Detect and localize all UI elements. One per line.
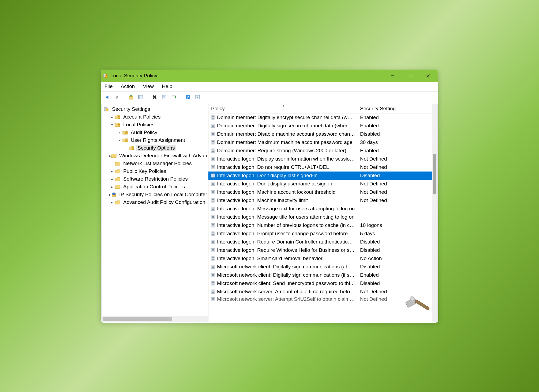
tree-item[interactable]: Security Options — [102, 144, 208, 152]
policy-setting: Enabled — [357, 123, 432, 129]
properties-button[interactable] — [160, 93, 168, 101]
policy-row[interactable]: Interactive logon: Require Windows Hello… — [208, 246, 432, 254]
svg-rect-130 — [211, 273, 215, 277]
svg-rect-111 — [212, 241, 213, 242]
chevron-icon[interactable]: ▸ — [109, 169, 115, 173]
tree-item[interactable]: ▸Application Control Policies — [102, 183, 208, 191]
tree-item[interactable]: Network List Manager Policies — [102, 160, 208, 168]
delete-button[interactable] — [151, 93, 159, 101]
policy-icon — [210, 148, 216, 153]
tree-item[interactable]: ▸Advanced Audit Policy Configuration — [102, 199, 208, 206]
tree-item[interactable]: ▸Software Restriction Policies — [102, 175, 208, 183]
chevron-icon[interactable]: ▸ — [109, 115, 115, 119]
chevron-icon[interactable]: ▸ — [117, 131, 122, 135]
policy-row[interactable]: Interactive logon: Require Domain Contro… — [208, 238, 432, 246]
column-header-setting[interactable]: Security Setting — [357, 104, 432, 113]
tree-scroll-thumb[interactable] — [103, 317, 172, 321]
policy-row[interactable]: Domain member: Maximum machine account p… — [208, 138, 432, 147]
svg-rect-76 — [212, 183, 213, 184]
maximize-button[interactable] — [406, 71, 415, 80]
svg-rect-148 — [212, 299, 213, 300]
tree-item[interactable]: ▸Public Key Policies — [102, 168, 208, 175]
policy-row[interactable]: Interactive logon: Display user informat… — [208, 155, 432, 163]
policy-row[interactable]: Interactive logon: Message text for user… — [208, 205, 432, 213]
minimize-button[interactable] — [388, 71, 397, 80]
svg-rect-52 — [213, 141, 214, 142]
svg-rect-21 — [106, 109, 108, 111]
tree-item[interactable]: ▸Account Policies — [102, 113, 208, 121]
menu-view[interactable]: View — [142, 83, 155, 90]
export-button[interactable] — [170, 93, 178, 101]
svg-rect-74 — [213, 176, 214, 177]
tree-item[interactable]: ▸Audit Policy — [102, 129, 208, 136]
policy-row[interactable]: Interactive logon: Don't display usernam… — [208, 180, 432, 188]
back-button[interactable] — [103, 93, 111, 101]
tree-item-label: Security Options — [136, 145, 176, 151]
svg-rect-37 — [213, 116, 214, 117]
policy-setting: Disabled — [357, 239, 432, 245]
policy-row[interactable]: Microsoft network client: Send unencrypt… — [208, 279, 432, 288]
policy-icon — [210, 272, 216, 278]
list-vertical-scrollbar[interactable] — [432, 104, 437, 322]
policy-row[interactable]: Microsoft network server: Attempt S4U2Se… — [208, 296, 432, 302]
up-button[interactable] — [127, 93, 135, 101]
policy-row[interactable]: Interactive logon: Do not require CTRL+A… — [208, 163, 432, 172]
list-scroll-thumb[interactable] — [433, 154, 436, 194]
svg-rect-101 — [212, 224, 213, 225]
help-button[interactable]: ? — [184, 93, 192, 101]
policy-row[interactable]: Microsoft network client: Digitally sign… — [208, 271, 432, 279]
tree-root-label: Security Settings — [111, 106, 151, 112]
menu-help[interactable]: Help — [161, 83, 173, 90]
chevron-icon[interactable]: ▸ — [109, 177, 115, 181]
policy-setting: Not Defined — [357, 156, 432, 162]
forward-button[interactable] — [113, 93, 121, 101]
svg-rect-85 — [211, 199, 215, 202]
chevron-icon[interactable]: ▾ — [109, 123, 115, 127]
tree-horizontal-scrollbar[interactable] — [102, 316, 208, 322]
tree-item[interactable]: ▸Windows Defender Firewall with Advan — [102, 152, 208, 160]
svg-rect-36 — [212, 116, 213, 117]
policy-icon — [210, 198, 216, 203]
policy-row[interactable]: Domain member: Require strong (Windows 2… — [208, 147, 432, 155]
svg-rect-138 — [212, 284, 213, 284]
svg-rect-69 — [213, 168, 214, 168]
chevron-icon[interactable]: ▸ — [117, 138, 122, 142]
menu-file[interactable]: File — [103, 83, 114, 90]
tree-item[interactable]: ▸IP Security Policies on Local Computer — [102, 191, 208, 199]
policy-row[interactable]: Microsoft network server: Amount of idle… — [208, 288, 432, 296]
chevron-icon[interactable]: ▸ — [109, 200, 115, 204]
policy-row[interactable]: Interactive logon: Message title for use… — [208, 213, 432, 221]
policy-row[interactable]: Interactive logon: Smart card removal be… — [208, 254, 432, 263]
svg-rect-149 — [213, 299, 214, 300]
column-header-policy[interactable]: Policy ▴ — [208, 104, 357, 113]
app-window: Local Security Policy File Action View H… — [101, 70, 438, 323]
svg-rect-107 — [213, 233, 214, 233]
chevron-icon[interactable]: ▸ — [109, 185, 115, 189]
chevron-icon[interactable]: ▸ — [109, 154, 111, 158]
policy-icon — [210, 165, 216, 170]
menu-action[interactable]: Action — [120, 83, 136, 90]
policy-row[interactable]: Interactive logon: Number of previous lo… — [208, 221, 432, 230]
policy-row[interactable]: Interactive logon: Machine account locko… — [208, 188, 432, 196]
svg-rect-97 — [213, 216, 214, 217]
policy-row[interactable]: Interactive logon: Prompt user to change… — [208, 230, 432, 238]
policy-row[interactable]: Domain member: Digitally sign secure cha… — [208, 122, 432, 130]
tree-item[interactable]: ▸User Rights Assignment — [102, 136, 208, 144]
policy-icon — [210, 248, 216, 253]
svg-rect-38 — [212, 118, 213, 119]
close-button[interactable] — [424, 71, 432, 80]
policy-row[interactable]: Domain member: Digitally encrypt secure … — [208, 113, 432, 122]
show-hide-tree-button[interactable] — [137, 93, 145, 101]
tree-item[interactable]: ▾Local Policies — [102, 121, 208, 129]
policy-row[interactable]: Domain member: Disable machine account p… — [208, 130, 432, 138]
policy-row[interactable]: Microsoft network client: Digitally sign… — [208, 263, 432, 271]
tree-item-label: Account Policies — [122, 114, 162, 120]
refresh-button[interactable] — [193, 93, 201, 101]
chevron-icon[interactable]: ▸ — [109, 193, 111, 197]
folder-icon — [115, 161, 121, 166]
policy-row[interactable]: Interactive logon: Machine inactivity li… — [208, 196, 432, 205]
tree-item-label: Network List Manager Policies — [122, 161, 193, 166]
tree-root[interactable]: Security Settings — [102, 105, 208, 113]
svg-rect-65 — [211, 165, 215, 169]
policy-row[interactable]: Interactive logon: Don't display last si… — [208, 172, 432, 180]
